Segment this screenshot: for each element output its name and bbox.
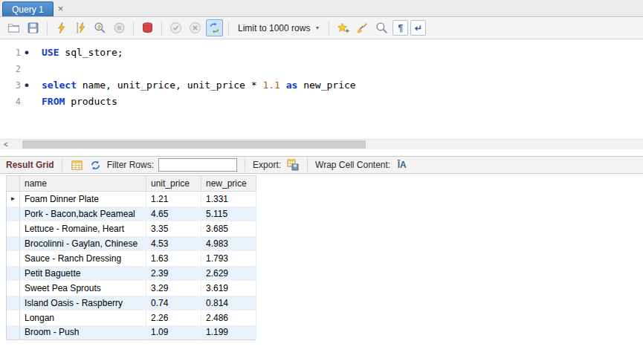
beautify-query-button[interactable] (354, 19, 371, 36)
cell-name[interactable]: Pork - Bacon,back Peameal (20, 207, 146, 221)
row-selector[interactable] (7, 281, 20, 296)
open-file-button[interactable] (5, 19, 22, 36)
tab-close-button[interactable]: × (54, 1, 68, 16)
table-row[interactable]: Pork - Bacon,back Peameal4.655.115 (7, 207, 256, 221)
execute-button[interactable] (53, 19, 70, 36)
cell-name[interactable]: Broom - Push (20, 325, 146, 340)
table-row[interactable]: Lettuce - Romaine, Heart3.353.685 (7, 221, 256, 236)
export-button[interactable] (285, 158, 300, 172)
table-row[interactable]: Longan2.262.486 (7, 311, 256, 325)
filter-rows-input[interactable] (158, 158, 237, 172)
table-row[interactable]: Sauce - Ranch Dressing1.631.793 (7, 251, 256, 266)
result-grid-view-button[interactable] (70, 158, 84, 172)
cell-new_price[interactable]: 1.331 (201, 192, 256, 207)
editor-line[interactable]: 3●select name, unit_price, unit_price * … (0, 77, 643, 94)
code-text: FROM products (33, 94, 117, 110)
cell-new_price[interactable]: 1.793 (201, 251, 256, 266)
row-selector[interactable] (7, 221, 20, 236)
cell-unit_price[interactable]: 2.39 (146, 266, 201, 281)
cell-name[interactable]: Petit Baguette (20, 266, 146, 281)
wrap-cell-content-button[interactable]: ĪA (395, 158, 409, 172)
sql-editor[interactable]: 1●USE sql_store;23●select name, unit_pri… (0, 39, 643, 139)
cell-new_price[interactable]: 1.199 (201, 325, 256, 340)
statement-marker (21, 61, 33, 77)
column-header-name[interactable]: name (20, 176, 146, 192)
toolbar-separator (329, 22, 329, 35)
row-selector[interactable] (7, 296, 20, 311)
editor-line[interactable]: 1●USE sql_store; (0, 45, 643, 61)
save-snippet-button[interactable] (335, 19, 352, 36)
cell-unit_price[interactable]: 2.26 (146, 311, 201, 325)
table-row[interactable]: Brocolinni - Gaylan, Chinese4.534.983 (7, 236, 256, 251)
toggle-invisible-chars-button[interactable]: ¶ (392, 20, 408, 36)
cell-name[interactable]: Brocolinni - Gaylan, Chinese (20, 236, 146, 251)
token-plain: name, unit_price, unit_price * (77, 79, 262, 91)
cell-unit_price[interactable]: 1.09 (146, 325, 201, 340)
editor-line[interactable]: 2 (0, 61, 643, 77)
execute-current-button[interactable] (72, 19, 89, 36)
cell-new_price[interactable]: 5.115 (201, 207, 256, 221)
cell-name[interactable]: Foam Dinner Plate (20, 192, 146, 207)
row-selector[interactable] (7, 325, 20, 340)
cell-name[interactable]: Longan (20, 311, 146, 325)
cell-unit_price[interactable]: 0.74 (146, 296, 201, 311)
cell-name[interactable]: Lettuce - Romaine, Heart (20, 221, 146, 236)
scrollbar-thumb[interactable] (22, 140, 366, 149)
stop-query-button[interactable] (111, 19, 128, 36)
grid-icon (71, 160, 83, 171)
row-selector[interactable] (7, 311, 20, 325)
toggle-word-wrap-button[interactable]: ↵ (410, 20, 426, 36)
code-text: USE sql_store; (33, 45, 123, 61)
cell-unit_price[interactable]: 4.65 (146, 207, 201, 221)
cell-name[interactable]: Sweet Pea Sprouts (20, 281, 146, 296)
cell-new_price[interactable]: 4.983 (201, 236, 256, 251)
cell-new_price[interactable]: 2.629 (201, 266, 256, 281)
row-selector[interactable] (7, 236, 20, 251)
find-button[interactable] (373, 19, 390, 36)
stop-on-error-button[interactable] (139, 19, 156, 36)
table-row[interactable]: Sweet Pea Sprouts3.293.619 (7, 281, 256, 296)
cell-unit_price[interactable]: 3.35 (146, 221, 201, 236)
save-button[interactable] (25, 19, 42, 36)
cell-unit_price[interactable]: 1.21 (146, 192, 201, 207)
toolbar-separator (228, 22, 229, 35)
result-grid-toolbar: Result Grid Filter Rows: Export: Wrap Ce… (0, 156, 643, 174)
row-selector[interactable] (7, 251, 20, 266)
cell-new_price[interactable]: 3.685 (201, 221, 256, 236)
result-grid-panel: nameunit_pricenew_price ►Foam Dinner Pla… (0, 174, 643, 364)
limit-rows-dropdown[interactable]: Limit to 1000 rows ▼ (234, 20, 323, 36)
row-selector[interactable] (7, 207, 20, 221)
column-header-new_price[interactable]: new_price (201, 176, 256, 192)
cell-name[interactable]: Sauce - Ranch Dressing (20, 251, 146, 266)
table-row[interactable]: Petit Baguette2.392.629 (7, 266, 256, 281)
column-header-unit_price[interactable]: unit_price (146, 176, 201, 192)
autocommit-toggle-button[interactable] (206, 19, 223, 36)
table-row[interactable]: ►Foam Dinner Plate1.211.331 (7, 192, 256, 207)
export-label: Export: (253, 160, 281, 170)
toolbar-separator (245, 158, 245, 172)
grid-body: ►Foam Dinner Plate1.211.331Pork - Bacon,… (7, 192, 256, 340)
refresh-button[interactable] (88, 158, 103, 172)
scrollbar-track[interactable] (12, 140, 643, 149)
row-selector[interactable]: ► (7, 192, 20, 207)
explain-plan-button[interactable] (91, 19, 109, 36)
cell-unit_price[interactable]: 3.29 (146, 281, 201, 296)
cell-unit_price[interactable]: 4.53 (146, 236, 201, 251)
cell-new_price[interactable]: 3.619 (201, 281, 256, 296)
cell-new_price[interactable]: 0.814 (201, 296, 256, 311)
row-selector[interactable] (7, 266, 20, 281)
table-row[interactable]: Broom - Push1.091.199 (7, 325, 256, 340)
token-kw: select (42, 79, 77, 91)
cell-name[interactable]: Island Oasis - Raspberry (20, 296, 146, 311)
rollback-button[interactable] (187, 19, 204, 36)
scroll-left-button[interactable]: < (0, 140, 12, 149)
editor-horizontal-scrollbar[interactable]: < (0, 139, 643, 149)
cell-new_price[interactable]: 2.486 (201, 311, 256, 325)
editor-line[interactable]: 4FROM products (0, 94, 643, 110)
commit-button[interactable] (167, 19, 184, 36)
table-row[interactable]: Island Oasis - Raspberry0.740.814 (7, 296, 256, 311)
mysql-workbench-window: Query 1 × (0, 0, 643, 364)
tab-query-1[interactable]: Query 1 (2, 1, 54, 16)
cell-unit_price[interactable]: 1.63 (146, 251, 201, 266)
panel-splitter[interactable] (0, 149, 643, 156)
